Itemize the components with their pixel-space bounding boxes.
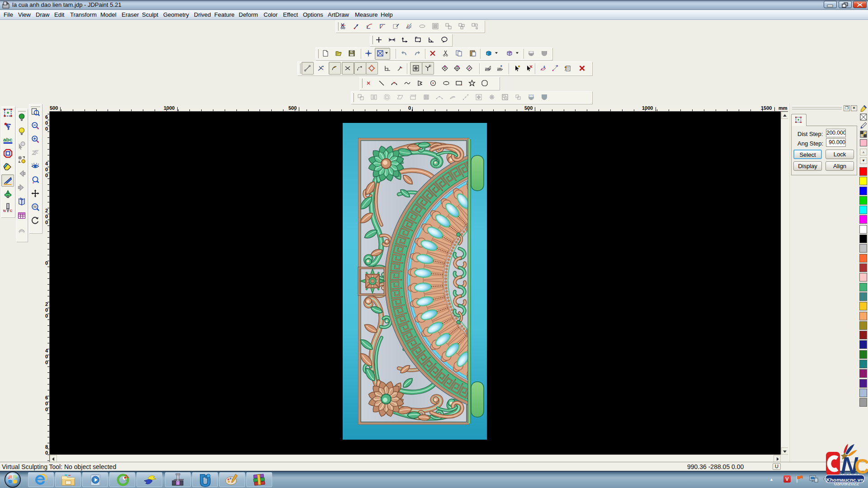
svg-text:abc: abc [3, 136, 13, 143]
svg-text:N: N [3, 209, 6, 212]
svg-text:Khomaucnc.vn: Khomaucnc.vn [826, 477, 863, 483]
svg-text:C: C [9, 209, 12, 212]
svg-text:C: C [854, 455, 868, 478]
